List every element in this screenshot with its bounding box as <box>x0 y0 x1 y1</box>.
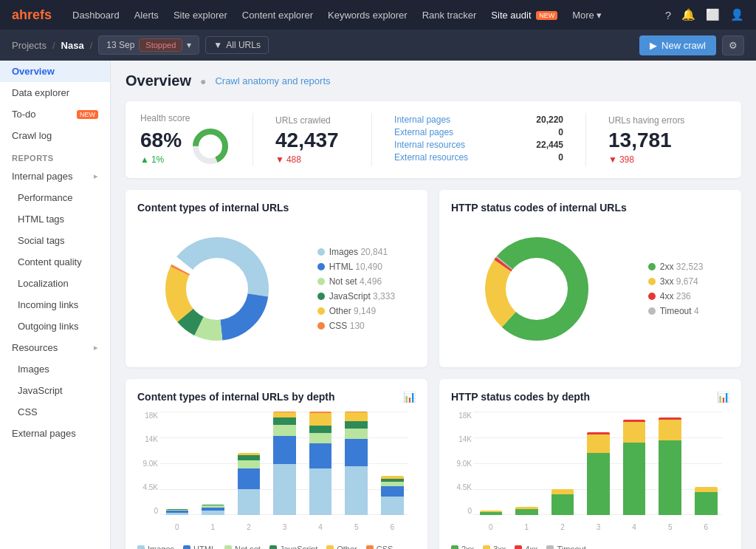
bl4-timeout: Timeout <box>546 545 585 549</box>
sidebar-item-overview[interactable]: Overview <box>0 61 110 82</box>
x-axis-label: 6 <box>376 523 408 531</box>
crawl-anatomy-link[interactable]: Crawl anatomy and reports <box>215 75 330 86</box>
health-score-donut <box>190 126 230 166</box>
nav-rank-tracker[interactable]: Rank tracker <box>422 10 477 21</box>
new-crawl-button[interactable]: ▶ New crawl <box>639 35 716 55</box>
bar-segment <box>309 433 332 443</box>
performance-label: Performance <box>18 192 72 203</box>
bar-segment <box>381 497 404 515</box>
top-nav-right-icons: ? 🔔 ⬜ 👤 <box>665 8 744 21</box>
bar-stack <box>551 489 574 515</box>
url-detail-external-pages: External pages 0 <box>394 127 563 137</box>
nav-keywords-explorer[interactable]: Keywords explorer <box>328 10 408 21</box>
y-label-0: 0 <box>137 507 158 515</box>
urls-crawled-label: URLs crawled <box>275 115 349 126</box>
nav-site-explorer[interactable]: Site explorer <box>173 10 227 21</box>
images-legend-label: Images 20,841 <box>329 247 388 257</box>
sidebar-item-content-quality[interactable]: Content quality <box>0 251 110 273</box>
internal-pages-link[interactable]: Internal pages <box>394 115 450 125</box>
nav-site-audit[interactable]: Site audit NEW <box>491 10 557 21</box>
sidebar-item-images[interactable]: Images <box>0 358 110 380</box>
bar-group <box>475 412 507 515</box>
bar-segment <box>695 487 718 492</box>
divider3 <box>585 113 586 166</box>
stats-row: Health score 68% ▲ 1% URLs <box>126 101 741 178</box>
bar-segment <box>659 420 681 440</box>
bar-group <box>233 412 265 515</box>
overview-label: Overview <box>12 66 55 77</box>
bar-group <box>269 412 301 515</box>
urls-crawled-block: URLs crawled 42,437 ▼ 488 <box>275 115 349 165</box>
screen-icon[interactable]: ⬜ <box>706 8 720 21</box>
nav-more[interactable]: More ▾ <box>572 10 602 21</box>
chart4-bar-icon[interactable]: 📊 <box>717 391 729 403</box>
chart1-legend: Images 20,841 HTML 10,490 Not set 4,496 <box>317 247 395 331</box>
settings-button[interactable]: ⚙ <box>722 35 744 55</box>
errors-label: URLs having errors <box>608 115 726 126</box>
sidebar-item-incoming-links[interactable]: Incoming links <box>0 294 110 316</box>
css-legend-label: CSS 130 <box>329 321 365 331</box>
nav-content-explorer[interactable]: Content explorer <box>242 10 313 21</box>
html-legend-label: HTML 10,490 <box>329 262 382 272</box>
legend-css: CSS 130 <box>317 321 395 331</box>
legend-html: HTML 10,490 <box>317 262 395 272</box>
timeout-dot <box>648 307 656 315</box>
html-dot <box>317 263 325 270</box>
sidebar-item-data-explorer[interactable]: Data explorer <box>0 82 110 103</box>
sidebar-item-css[interactable]: CSS <box>0 401 110 423</box>
filter-button[interactable]: ▼ All URLs <box>205 36 269 54</box>
nasa-crumb[interactable]: Nasa <box>61 40 84 51</box>
y4-label-0: 0 <box>451 507 472 515</box>
sidebar-item-performance[interactable]: Performance <box>0 187 110 208</box>
date-badge[interactable]: 13 Sep Stopped ▾ <box>98 35 199 55</box>
chart1-donut-svg <box>158 230 276 348</box>
sep2: / <box>90 40 93 51</box>
bar-segment <box>238 460 261 468</box>
2xx-dot <box>648 263 656 270</box>
bar-segment <box>309 468 332 515</box>
bl4-2xx: 2xx <box>451 545 474 549</box>
svg-point-2 <box>203 139 218 154</box>
sidebar-item-resources[interactable]: Resources ▸ <box>0 337 110 358</box>
images-dot <box>317 248 325 256</box>
bl3-not-set: Not set <box>224 545 261 549</box>
projects-crumb[interactable]: Projects <box>12 40 47 51</box>
nav-alerts[interactable]: Alerts <box>134 10 159 21</box>
help-icon[interactable]: ? <box>665 9 671 21</box>
y-label-9k: 9.0K <box>137 460 158 468</box>
nav-dashboard[interactable]: Dashboard <box>72 10 120 21</box>
sidebar-item-localization[interactable]: Localization <box>0 273 110 294</box>
x-axis-label: 4 <box>618 523 650 531</box>
bar-stack <box>623 420 646 515</box>
external-resources-link[interactable]: External resources <box>394 152 468 163</box>
localization-label: Localization <box>18 278 69 289</box>
bar-group <box>690 412 722 515</box>
bar-segment <box>623 422 646 443</box>
sidebar-item-javascript[interactable]: JavaScript <box>0 380 110 401</box>
bar-segment <box>273 464 296 515</box>
sidebar-item-to-do[interactable]: To-do NEW <box>0 103 110 125</box>
sidebar-item-outgoing-links[interactable]: Outgoing links <box>0 316 110 337</box>
errors-change: ▼ 398 <box>608 154 726 165</box>
internal-resources-link[interactable]: Internal resources <box>394 140 465 150</box>
bar-segment <box>273 417 296 425</box>
2xx-legend-label: 2xx 32,523 <box>660 262 704 272</box>
bar-stack <box>345 412 368 515</box>
svg-point-9 <box>186 258 248 320</box>
external-pages-link[interactable]: External pages <box>394 127 453 137</box>
charts-grid: Content types of internal URLs <box>126 190 741 549</box>
user-icon[interactable]: 👤 <box>730 8 744 21</box>
bar-segment <box>345 421 368 429</box>
internal-pages-label: Internal pages <box>12 171 72 182</box>
sidebar-item-social-tags[interactable]: Social tags <box>0 230 110 251</box>
sidebar-item-internal-pages[interactable]: Internal pages ▸ <box>0 166 110 187</box>
sidebar-item-crawl-log[interactable]: Crawl log <box>0 125 110 146</box>
filter-label: All URLs <box>226 40 261 50</box>
x-axis-label: 5 <box>340 523 373 531</box>
chart3-bar-icon[interactable]: 📊 <box>403 391 416 403</box>
sidebar-item-html-tags[interactable]: HTML tags <box>0 208 110 230</box>
notifications-icon[interactable]: 🔔 <box>681 8 695 21</box>
sidebar-item-external-pages[interactable]: External pages <box>0 423 110 444</box>
bar-segment <box>166 513 189 515</box>
chart3-bars: 18K 14K 9.0K 4.5K 0 0123456 <box>137 412 416 537</box>
